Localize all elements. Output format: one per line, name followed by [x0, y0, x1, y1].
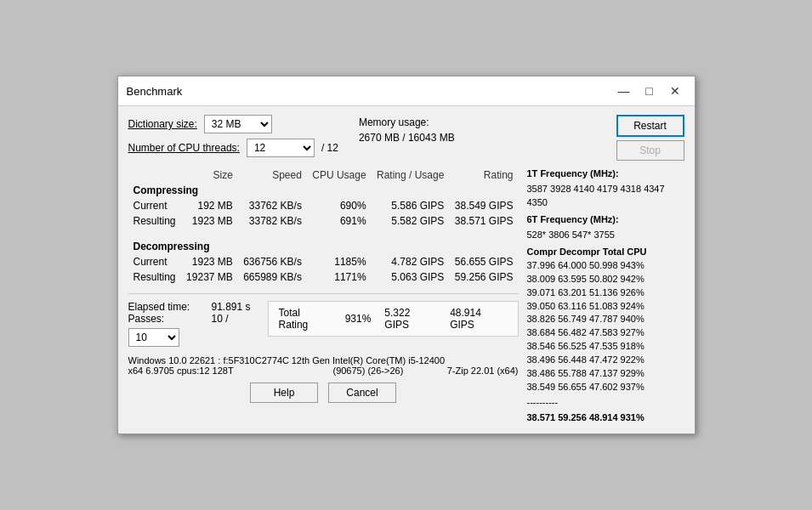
col-header-rating: Rating	[449, 167, 518, 183]
cpu-detail: (90675) (26->26)	[292, 366, 445, 376]
main-content: Dictionary size: 32 MB Number of CPU thr…	[118, 106, 695, 434]
freq1-label: 1T Frequency (MHz):	[527, 167, 684, 181]
cell-size: 192 MB	[181, 198, 238, 213]
stats-left: Elapsed time: 91.891 s Passes: 10 / 10	[128, 301, 251, 347]
total-rating-gips2: 48.914 GIPS	[450, 307, 507, 331]
total-rating-box: Total Rating 931% 5.322 GIPS 48.914 GIPS	[268, 301, 519, 337]
main-area: Size Speed CPU Usage Rating / Usage Rati…	[128, 167, 684, 425]
passes-value: 10 /	[212, 313, 229, 325]
restart-button[interactable]: Restart	[616, 115, 684, 137]
cpu-row: Number of CPU threads: 12 / 12	[128, 139, 338, 157]
cell-rating-usage: 4.782 GIPS	[372, 254, 450, 269]
right-panel-row: 38.546 56.525 47.535 918%	[527, 340, 684, 354]
cell-size: 1923 MB	[181, 213, 238, 229]
cell-speed: 636756 KB/s	[238, 254, 307, 269]
cell-rating-usage: 5.063 GIPS	[372, 269, 450, 285]
cell-rating: 38.571 GIPS	[449, 213, 518, 229]
minimize-button[interactable]: —	[613, 82, 635, 100]
benchmark-table: Size Speed CPU Usage Rating / Usage Rati…	[128, 167, 519, 285]
bottom-section: Elapsed time: 91.891 s Passes: 10 / 10	[128, 293, 519, 403]
cell-label: Current	[128, 198, 181, 213]
footer-left: Windows 10.0 22621 : f:5F310C2774C x64 6…	[128, 355, 290, 376]
table-row: Current 192 MB 33762 KB/s 690% 5.586 GIP…	[128, 198, 519, 213]
close-button[interactable]: ✕	[664, 82, 686, 100]
elapsed-label: Elapsed time:	[128, 301, 205, 313]
footer-area: Windows 10.0 22621 : f:5F310C2774C x64 6…	[128, 355, 519, 376]
cancel-button[interactable]: Cancel	[328, 382, 396, 403]
compressing-label: Compressing	[128, 183, 519, 198]
right-panel-row: 39.050 63.116 51.083 924%	[527, 300, 684, 314]
cpu-select[interactable]: 12	[247, 139, 315, 157]
total-rating-row: Total Rating 931% 5.322 GIPS 48.914 GIPS	[279, 307, 508, 331]
cpu-model: 12th Gen Intel(R) Core(TM) i5-12400	[292, 355, 445, 366]
cell-label: Resulting	[128, 213, 181, 229]
compressing-header: Compressing	[128, 183, 519, 198]
elapsed-value: 91.891 s	[212, 301, 251, 313]
footer-buttons: Help Cancel	[128, 382, 519, 403]
cell-cpu: 1185%	[307, 254, 372, 269]
zip-info: 7-Zip 22.01 (x64)	[447, 366, 519, 376]
cell-label: Current	[128, 254, 181, 269]
cell-label: Resulting	[128, 269, 181, 285]
maximize-button[interactable]: □	[639, 82, 661, 100]
passes-label: Passes:	[128, 313, 205, 325]
cell-speed: 33782 KB/s	[238, 213, 307, 229]
freq1-values: 3587 3928 4140 4179 4318 4347 4350	[527, 183, 684, 210]
cell-size: 1923 MB	[181, 254, 238, 269]
cell-rating: 59.256 GIPS	[449, 269, 518, 285]
cell-cpu: 690%	[307, 198, 372, 213]
cpu-slash: / 12	[321, 142, 338, 154]
table-row: Resulting 1923 MB 33782 KB/s 691% 5.582 …	[128, 213, 519, 229]
cpu-info: x64 6.9705 cpus:12 128T	[128, 366, 290, 376]
right-table-header: Compr Decompr Total CPU	[527, 246, 684, 259]
right-summary: 38.571 59.256 48.914 931%	[527, 411, 684, 425]
cell-rating: 38.549 GIPS	[449, 198, 518, 213]
passes-select[interactable]: 10	[128, 328, 179, 347]
dict-label: Dictionary size:	[128, 118, 197, 130]
cell-speed: 665989 KB/s	[238, 269, 307, 285]
total-rating-pct: 931%	[345, 313, 372, 325]
right-rows: 37.996 64.000 50.998 943%38.009 63.595 5…	[527, 259, 684, 394]
dict-row: Dictionary size: 32 MB	[128, 115, 338, 133]
passes-row: Passes: 10 /	[128, 313, 251, 325]
cell-cpu: 1171%	[307, 269, 372, 285]
freq2-values: 528* 3806 547* 3755	[527, 229, 684, 242]
window-title: Benchmark	[127, 85, 183, 98]
right-panel-row: 38.486 55.788 47.137 929%	[527, 367, 684, 381]
total-rating-gips1: 5.322 GIPS	[384, 307, 436, 331]
os-info: Windows 10.0 22621 : f:5F310C2774C	[128, 355, 290, 366]
right-divider: ----------	[527, 396, 684, 410]
elapsed-row: Elapsed time: 91.891 s	[128, 301, 251, 313]
divider-row	[128, 229, 519, 239]
memory-value: 2670 MB / 16043 MB	[359, 130, 455, 145]
memory-label: Memory usage:	[359, 115, 455, 130]
cell-rating-usage: 5.586 GIPS	[372, 198, 450, 213]
cell-rating: 56.655 GIPS	[449, 254, 518, 269]
freq2-label: 6T Frequency (MHz):	[527, 213, 684, 227]
decompressing-label: Decompressing	[128, 239, 519, 254]
cell-cpu: 691%	[307, 213, 372, 229]
action-buttons: Restart Stop	[616, 115, 684, 161]
col-header-rating-usage: Rating / Usage	[372, 167, 450, 183]
cell-speed: 33762 KB/s	[238, 198, 307, 213]
col-header-name	[128, 167, 181, 183]
right-panel-row: 38.684 56.482 47.583 927%	[527, 326, 684, 340]
table-row: Current 1923 MB 636756 KB/s 1185% 4.782 …	[128, 254, 519, 269]
col-header-speed: Speed	[238, 167, 307, 183]
dict-select[interactable]: 32 MB	[204, 115, 272, 133]
benchmark-window: Benchmark — □ ✕ Dictionary size: 32 MB N…	[117, 76, 696, 434]
right-panel-row: 38.826 56.749 47.787 940%	[527, 313, 684, 326]
window-controls: — □ ✕	[613, 82, 686, 100]
help-button[interactable]: Help	[250, 382, 318, 403]
cell-rating-usage: 5.582 GIPS	[372, 213, 450, 229]
right-panel-row: 38.496 56.448 47.472 922%	[527, 354, 684, 367]
right-panel-row: 37.996 64.000 50.998 943%	[527, 259, 684, 273]
stop-button[interactable]: Stop	[616, 140, 684, 161]
right-panel: 1T Frequency (MHz): 3587 3928 4140 4179 …	[527, 167, 684, 425]
right-panel-row: 38.549 56.655 47.602 937%	[527, 381, 684, 394]
left-panel: Size Speed CPU Usage Rating / Usage Rati…	[128, 167, 519, 425]
table-row: Resulting 19237 MB 665989 KB/s 1171% 5.0…	[128, 269, 519, 285]
memory-info: Memory usage: 2670 MB / 16043 MB	[359, 115, 455, 145]
total-rating-label: Total Rating	[279, 307, 332, 331]
col-header-size: Size	[181, 167, 238, 183]
